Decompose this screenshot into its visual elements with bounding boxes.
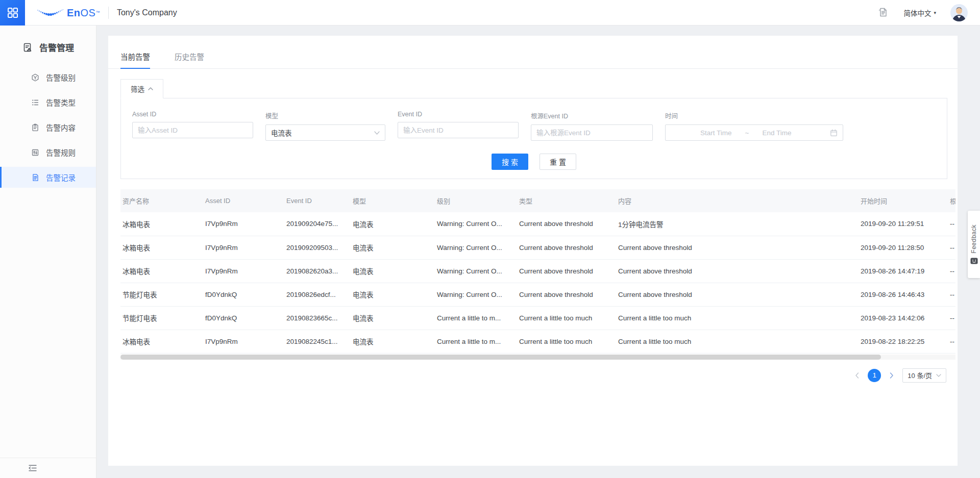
field-label: Asset ID [132,111,253,118]
cell-root-event-id: -- [948,330,955,353]
sidebar-item-label: 告警记录 [46,172,76,183]
company-name: Tony's Company [117,8,177,17]
sidebar-item-alarm-records[interactable]: 告警记录 [0,167,96,188]
cell-type: Current above threshold [517,259,616,283]
sidebar-item-alarm-rules[interactable]: 告警规则 [0,142,96,163]
release-notes-icon[interactable] [877,7,889,18]
feedback-tab[interactable]: Feedback [968,211,980,278]
caret-down-icon: ▾ [934,10,936,15]
table-row: 节能灯电表 fD0YdnkQ 20190826edcf... 电流表 Warni… [120,283,955,306]
cell-root-event-id: -- [948,212,955,236]
cell-root-event-id: -- [948,259,955,283]
asset-id-input[interactable] [132,122,253,138]
cell-start-time: 2019-08-26 14:46:43 [859,283,948,306]
alarm-management-icon [22,42,33,53]
event-id-input[interactable] [398,122,519,138]
cell-event-id: 2019082620a3... [284,259,351,283]
sidebar-menu: 告警级别 告警类型 告警内容 [0,67,96,458]
filter-panel: Asset ID 模型 电流表 Event ID [120,98,947,179]
tab-current-alarms[interactable]: 当前告警 [120,51,150,68]
cell-model: 电流表 [351,236,435,259]
cell-level: Warning: Current O... [435,236,517,259]
page-number-1[interactable]: 1 [868,369,881,382]
sidebar-item-alarm-content[interactable]: 告警内容 [0,117,96,138]
sidebar-item-alarm-level[interactable]: 告警级别 [0,67,96,88]
cell-start-time: 2019-09-20 11:28:50 [859,236,948,259]
reset-button[interactable]: 重 置 [540,154,576,170]
horizontal-scrollbar-thumb[interactable] [120,355,881,360]
field-model: 模型 电流表 [265,111,385,141]
main-area: 当前告警 历史告警 筛选 Asset ID 模型 [96,26,980,478]
root-event-id-input[interactable] [531,124,653,141]
cell-root-event-id: -- [948,283,955,306]
cell-type: Current above threshold [517,212,616,236]
cell-asset-name: 节能灯电表 [120,306,203,330]
cell-level: Current a little to m... [435,306,517,330]
sidebar: 告警管理 告警级别 告警类型 [0,26,96,478]
alarm-rules-icon [31,148,39,157]
cell-event-id: 20190823665c... [284,306,351,330]
sidebar-item-label: 告警内容 [46,122,76,133]
alarm-level-icon [31,73,39,82]
table-row: 节能灯电表 fD0YdnkQ 20190823665c... 电流表 Curre… [120,306,955,330]
field-event-id: Event ID [398,111,519,141]
prev-page-icon[interactable] [851,369,863,382]
field-label: 模型 [265,111,385,120]
cell-type: Current a little too much [517,306,616,330]
field-asset-id: Asset ID [132,111,253,141]
menu-fold-icon[interactable] [28,464,37,472]
cell-asset-id: I7Vp9nRm [203,236,284,259]
table-header-row: 资产名称 Asset ID Event ID 模型 级别 类型 内容 开始时间 … [120,189,955,212]
page-size-select[interactable]: 10 条/页 [902,368,946,383]
col-asset-id: Asset ID [203,189,284,212]
page-size-value: 10 条/页 [908,370,932,380]
tab-history-alarms[interactable]: 历史告警 [175,51,204,68]
pagination: 1 10 条/页 [108,368,946,383]
col-event-id: Event ID [284,189,351,212]
cell-level: Warning: Current O... [435,212,517,236]
end-time-placeholder: End Time [762,129,791,137]
col-level: 级别 [435,189,517,212]
sidebar-title: 告警管理 [0,26,96,54]
user-avatar[interactable] [950,4,968,21]
cell-level: Warning: Current O... [435,283,517,306]
model-select[interactable]: 电流表 [265,124,385,141]
cell-model: 电流表 [351,259,435,283]
table-row: 冰箱电表 I7Vp9nRm 201909204e75... 电流表 Warnin… [120,212,955,236]
range-separator: ~ [745,129,749,137]
cell-asset-id: I7Vp9nRm [203,330,284,353]
filter-collapse-toggle[interactable]: 筛选 [120,79,163,98]
sidebar-title-label: 告警管理 [39,41,74,54]
cell-content: Current a little too much [616,306,859,330]
start-time-placeholder: Start Time [700,129,732,137]
cell-event-id: 2019082245c1... [284,330,351,353]
alarm-type-icon [31,98,39,107]
sidebar-item-label: 告警类型 [46,97,76,108]
cell-level: Warning: Current O... [435,259,517,283]
cell-asset-name: 冰箱电表 [120,236,203,259]
time-range-picker[interactable]: Start Time ~ End Time [665,124,843,141]
cell-model: 电流表 [351,330,435,353]
feedback-smiley-icon [970,258,978,264]
col-content: 内容 [616,189,859,212]
table-row: 冰箱电表 I7Vp9nRm 2019082620a3... 电流表 Warnin… [120,259,955,283]
model-select-value: 电流表 [271,128,292,138]
app-grid-button[interactable] [0,0,25,26]
search-button[interactable]: 搜 索 [492,154,528,170]
cell-model: 电流表 [351,212,435,236]
sidebar-item-label: 告警规则 [46,147,76,158]
cell-asset-id: I7Vp9nRm [203,212,284,236]
feedback-label: Feedback [970,224,977,254]
sidebar-item-alarm-type[interactable]: 告警类型 [0,92,96,113]
language-selector[interactable]: 简体中文 ▾ [903,8,936,18]
calendar-icon [830,129,838,137]
filter-collapse-label: 筛选 [131,84,144,94]
next-page-icon[interactable] [886,369,897,382]
cell-content: Current a little too much [616,330,859,353]
field-label: 根源Event ID [531,111,653,120]
cell-level: Current a little to m... [435,330,517,353]
cell-type: Current above threshold [517,283,616,306]
alarm-content-icon [31,123,39,132]
field-label: 时间 [665,111,843,120]
cell-event-id: 201909209503... [284,236,351,259]
